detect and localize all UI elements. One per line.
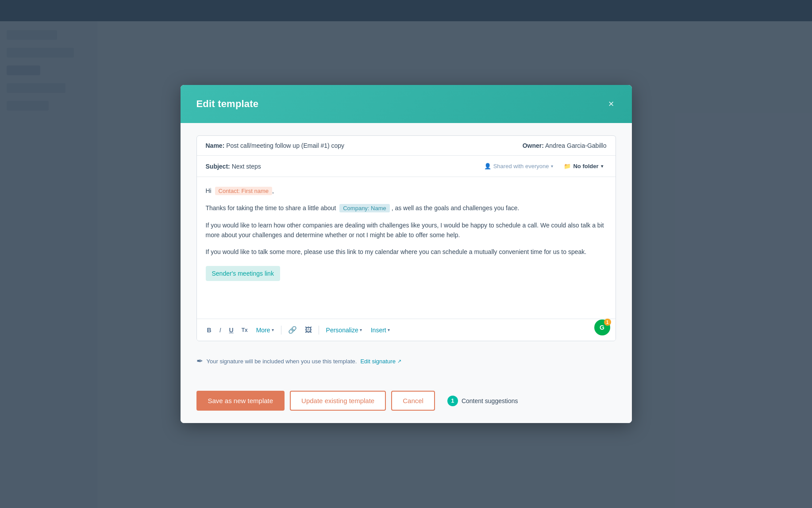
modal-body: Name: Post call/meeting follow up (Email… — [181, 123, 632, 382]
image-button[interactable]: 🖼 — [302, 324, 315, 336]
editor-body[interactable]: Hi Contact: First name, Thanks for takin… — [197, 177, 616, 319]
company-name-token[interactable]: Company: Name — [339, 204, 390, 212]
editor-toolbar: B I U Tx More ▾ 🔗 🖼 — [197, 319, 616, 341]
folder-icon: 📁 — [564, 163, 571, 169]
link-icon: 🔗 — [288, 326, 297, 334]
personalize-dropdown-button[interactable]: Personalize ▾ — [323, 324, 366, 336]
shared-chevron-icon: ▾ — [551, 164, 553, 169]
more-label: More — [256, 327, 270, 334]
external-link-icon: ↗ — [397, 358, 401, 364]
signature-icon: ✒ — [196, 356, 203, 366]
edit-signature-link[interactable]: Edit signature ↗ — [360, 358, 401, 365]
italic-button[interactable]: I — [216, 325, 224, 335]
name-label: Name: — [206, 142, 225, 149]
editor-para-4: If you would like to talk some more, ple… — [206, 247, 607, 257]
editor-para-1: Hi Contact: First name, — [206, 186, 607, 196]
toolbar-divider — [281, 326, 281, 335]
shared-dropdown[interactable]: 👤 Shared with everyone ▾ — [481, 161, 557, 171]
template-name-field: Name: Post call/meeting follow up (Email… — [206, 142, 345, 149]
modal-title: Edit template — [196, 98, 259, 110]
grammarly-icon[interactable]: G 1 — [594, 319, 610, 335]
template-subject-row: Subject: Next steps 👤 Shared with everyo… — [197, 156, 616, 177]
insert-chevron-icon: ▾ — [388, 327, 390, 332]
template-owner-field: Owner: Andrea Garcia-Gabillo — [523, 142, 607, 149]
editor-para-2: Thanks for taking the time to share a li… — [206, 203, 607, 213]
cancel-button[interactable]: Cancel — [391, 391, 435, 411]
save-new-template-button[interactable]: Save as new template — [196, 391, 285, 411]
template-subject-field: Subject: Next steps — [206, 163, 261, 170]
comma-1: , — [272, 187, 274, 194]
contact-firstname-token[interactable]: Contact: First name — [215, 187, 272, 195]
owner-value: Andrea Garcia-Gabillo — [545, 142, 607, 149]
editor-container: Hi Contact: First name, Thanks for takin… — [197, 177, 616, 341]
folder-label: No folder — [573, 163, 598, 169]
person-icon: 👤 — [484, 163, 491, 169]
modal-backdrop: Edit template × Name: Post call/meeting … — [0, 0, 812, 508]
more-dropdown-button[interactable]: More ▾ — [253, 324, 277, 336]
folder-chevron-icon: ▾ — [601, 164, 603, 169]
para2-before: Thanks for taking the time to share a li… — [206, 204, 336, 212]
template-name-row: Name: Post call/meeting follow up (Email… — [197, 136, 616, 156]
content-suggestions[interactable]: 1 Content suggestions — [447, 396, 518, 406]
underline-button[interactable]: U — [226, 325, 237, 335]
editor-para-3: If you would like to learn how other com… — [206, 220, 607, 240]
insert-dropdown-button[interactable]: Insert ▾ — [367, 324, 393, 336]
personalize-chevron-icon: ▾ — [360, 327, 362, 332]
modal-header: Edit template × — [181, 85, 632, 123]
insert-label: Insert — [371, 327, 386, 334]
update-existing-template-button[interactable]: Update existing template — [290, 391, 386, 411]
template-meta-controls: 👤 Shared with everyone ▾ 📁 No folder ▾ — [481, 161, 607, 171]
subject-label: Subject: — [206, 163, 230, 170]
link-button[interactable]: 🔗 — [285, 323, 300, 336]
signature-text: Your signature will be included when you… — [207, 358, 357, 365]
toolbar-divider-2 — [319, 326, 319, 335]
folder-dropdown[interactable]: 📁 No folder ▾ — [560, 161, 606, 171]
image-icon: 🖼 — [305, 326, 312, 334]
modal-footer: Save as new template Update existing tem… — [181, 382, 632, 423]
signature-note: ✒ Your signature will be included when y… — [196, 350, 616, 368]
more-chevron-icon: ▾ — [272, 327, 274, 332]
editor-para-5: Sender's meetings link — [206, 264, 607, 281]
subject-value: Next steps — [232, 163, 261, 170]
meetings-link-token[interactable]: Sender's meetings link — [206, 266, 280, 281]
bold-button[interactable]: B — [204, 325, 215, 335]
edit-signature-label: Edit signature — [360, 358, 396, 365]
owner-label: Owner: — [523, 142, 544, 149]
grammarly-g-text: G — [600, 324, 604, 331]
content-suggestions-label: Content suggestions — [462, 397, 518, 404]
edit-template-modal: Edit template × Name: Post call/meeting … — [181, 85, 632, 423]
strikethrough-button[interactable]: Tx — [239, 325, 251, 335]
content-suggestions-badge: 1 — [447, 396, 458, 406]
grammarly-badge: 1 — [604, 319, 611, 326]
para2-after: , as well as the goals and challenges yo… — [392, 204, 520, 212]
close-button[interactable]: × — [607, 97, 616, 111]
template-card: Name: Post call/meeting follow up (Email… — [196, 135, 616, 341]
shared-label: Shared with everyone — [493, 163, 549, 169]
hi-text: Hi — [206, 187, 212, 194]
name-value: Post call/meeting follow up (Email #1) c… — [226, 142, 344, 149]
personalize-label: Personalize — [326, 327, 358, 334]
